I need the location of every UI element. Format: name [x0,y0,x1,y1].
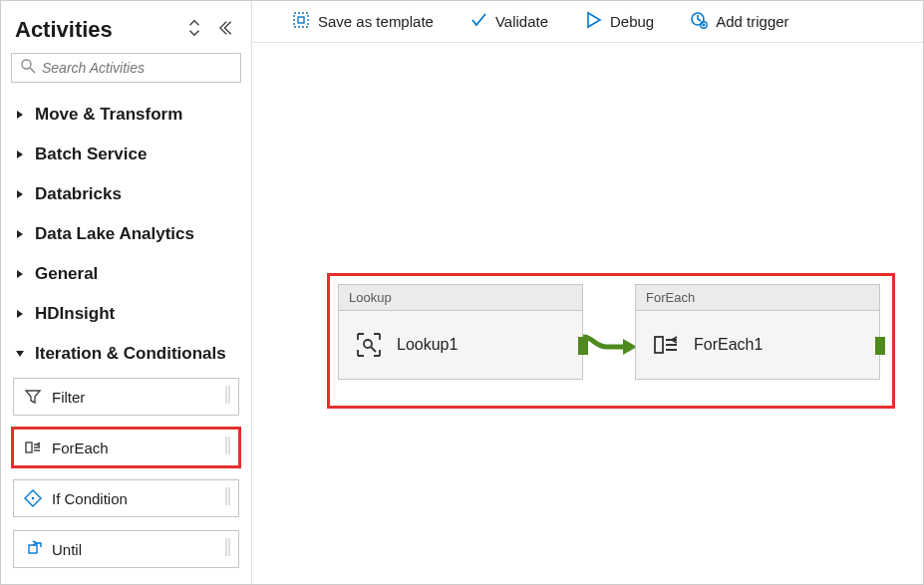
until-icon [24,540,42,558]
node-output-handle[interactable] [875,337,885,355]
category-list: Move & Transform Batch Service Databrick… [11,95,241,574]
search-activities-box[interactable] [11,53,241,83]
collapse-panel-icon[interactable] [219,19,237,41]
pipeline-toolbar: Save as template Validate Debug Add trig… [252,1,923,43]
node-name: Lookup1 [397,336,458,354]
expand-all-icon[interactable] [185,19,203,41]
activity-filter[interactable]: Filter [13,378,239,416]
edge-lookup-to-foreach [583,327,637,357]
drag-grip-icon[interactable] [224,435,232,460]
activity-until[interactable]: Until [13,530,239,568]
node-type-label: Lookup [339,285,582,311]
button-label: Add trigger [716,13,788,30]
node-name: ForEach1 [694,336,763,354]
category-iteration-conditionals[interactable]: Iteration & Conditionals [11,334,241,374]
category-hdinsight[interactable]: HDInsight [11,294,241,334]
caret-right-icon [15,305,25,323]
foreach-icon [652,331,680,359]
activity-label: If Condition [52,490,214,507]
trigger-icon [690,11,708,32]
add-trigger-button[interactable]: Add trigger [690,11,788,32]
svg-line-18 [371,347,376,352]
condition-icon [24,489,42,507]
svg-rect-4 [26,442,32,452]
main-area: Save as template Validate Debug Add trig… [252,1,923,584]
activities-title: Activities [15,17,113,43]
activity-foreach[interactable]: ForEach [13,429,239,466]
category-label: HDInsight [35,304,115,324]
svg-rect-14 [298,17,304,23]
drag-grip-icon[interactable] [224,384,232,410]
activity-label: Filter [52,389,214,406]
drag-grip-icon[interactable] [224,485,232,511]
button-label: Debug [610,13,654,30]
validate-button[interactable]: Validate [469,11,548,32]
caret-right-icon [15,225,25,243]
search-icon [20,58,36,78]
check-icon [469,11,487,32]
caret-down-icon [15,345,25,363]
svg-rect-13 [294,13,308,27]
caret-right-icon [15,265,25,283]
play-icon [584,11,602,32]
caret-right-icon [15,185,25,203]
activity-if-condition[interactable]: If Condition [13,479,239,517]
foreach-icon [24,439,42,456]
activities-header-icons [185,19,237,41]
debug-button[interactable]: Debug [584,11,654,32]
search-activities-input[interactable] [42,60,232,76]
lookup-icon [355,331,383,359]
svg-rect-19 [655,337,663,353]
svg-point-17 [364,340,372,348]
category-databricks[interactable]: Databricks [11,174,241,214]
category-label: Databricks [35,184,122,204]
category-label: Batch Service [35,145,147,164]
node-type-label: ForEach [636,285,879,311]
button-label: Validate [495,13,548,30]
category-label: General [35,264,98,284]
node-body: Lookup1 [339,311,582,379]
category-label: Move & Transform [35,105,182,125]
drag-grip-icon[interactable] [224,536,232,562]
caret-right-icon [15,106,25,124]
category-data-lake-analytics[interactable]: Data Lake Analytics [11,214,241,254]
activity-label: ForEach [52,439,214,456]
activities-header: Activities [11,9,241,53]
template-icon [292,11,310,32]
node-foreach[interactable]: ForEach ForEach1 [635,284,880,380]
node-lookup[interactable]: Lookup Lookup1 [338,284,583,380]
activity-label: Until [52,541,214,558]
save-as-template-button[interactable]: Save as template [292,11,434,32]
category-label: Iteration & Conditionals [35,344,226,364]
filter-icon [24,388,42,406]
category-batch-service[interactable]: Batch Service [11,135,241,174]
svg-rect-10 [29,545,37,553]
svg-line-1 [30,68,35,73]
button-label: Save as template [318,13,434,30]
node-body: ForEach1 [636,311,879,379]
activities-panel: Activities Move & Transform Batch Servic… [1,1,252,584]
svg-point-7 [32,497,35,500]
caret-right-icon [15,146,25,163]
category-general[interactable]: General [11,254,241,294]
svg-point-0 [22,60,31,69]
category-move-transform[interactable]: Move & Transform [11,95,241,135]
iteration-conditionals-items: Filter ForEach If Condition [11,374,241,574]
pipeline-canvas[interactable]: Lookup Lookup1 [252,43,923,584]
category-label: Data Lake Analytics [35,224,194,244]
